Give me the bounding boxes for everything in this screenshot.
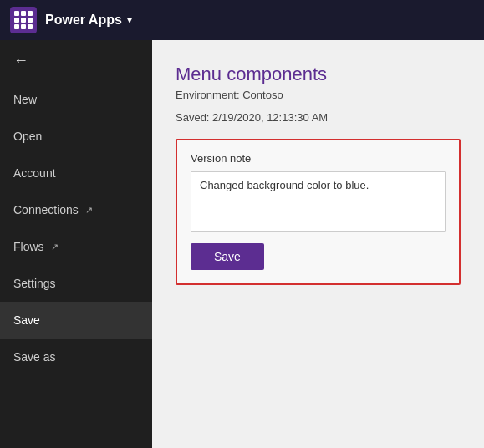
saved-label: Saved: 2/19/2020, 12:13:30 AM xyxy=(176,111,461,124)
page-title: Menu components xyxy=(176,64,461,85)
version-note-card: Version note Save xyxy=(176,139,461,285)
sidebar-item-connections[interactable]: Connections ↗ xyxy=(0,191,152,228)
external-link-icon-flows: ↗ xyxy=(51,242,59,252)
external-link-icon: ↗ xyxy=(85,205,93,216)
sidebar-item-account[interactable]: Account xyxy=(0,155,152,191)
sidebar-item-save-as[interactable]: Save as xyxy=(0,339,152,375)
app-header: Power Apps ▾ xyxy=(0,0,484,40)
environment-label: Environment: Contoso xyxy=(176,89,461,101)
sidebar-item-new[interactable]: New xyxy=(0,81,152,118)
main-content: Menu components Environment: Contoso Sav… xyxy=(152,40,484,448)
app-title-area[interactable]: Power Apps ▾ xyxy=(45,13,132,28)
sidebar-item-label-save-as: Save as xyxy=(13,350,56,364)
sidebar-item-label-flows: Flows xyxy=(13,240,44,253)
sidebar: ← New Open Account Connections ↗ Flows ↗… xyxy=(0,40,152,448)
waffle-icon[interactable] xyxy=(10,7,37,33)
back-button[interactable]: ← xyxy=(0,40,152,81)
sidebar-item-label-open: Open xyxy=(13,130,42,143)
sidebar-item-label-connections: Connections xyxy=(13,203,79,216)
chevron-down-icon: ▾ xyxy=(127,14,132,26)
sidebar-item-label-account: Account xyxy=(13,166,56,180)
version-note-input[interactable] xyxy=(191,171,446,232)
main-layout: ← New Open Account Connections ↗ Flows ↗… xyxy=(0,0,484,448)
sidebar-item-settings[interactable]: Settings xyxy=(0,265,152,302)
save-button[interactable]: Save xyxy=(191,243,264,270)
sidebar-item-label-new: New xyxy=(13,93,37,106)
sidebar-item-save[interactable]: Save xyxy=(0,302,152,339)
sidebar-item-flows[interactable]: Flows ↗ xyxy=(0,228,152,265)
app-title: Power Apps xyxy=(45,13,122,28)
sidebar-item-label-save: Save xyxy=(13,313,40,327)
version-note-label: Version note xyxy=(191,152,446,165)
sidebar-item-open[interactable]: Open xyxy=(0,118,152,155)
sidebar-item-label-settings: Settings xyxy=(13,277,56,290)
